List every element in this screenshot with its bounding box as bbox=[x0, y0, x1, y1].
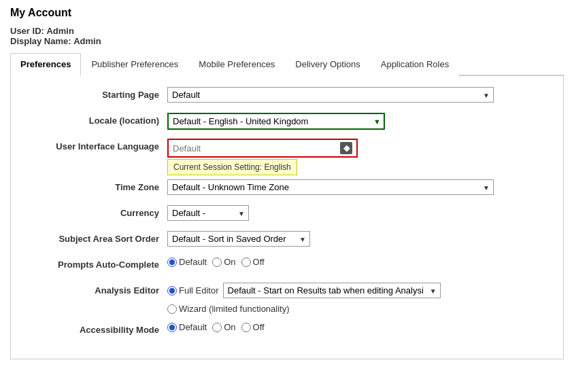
prompts-auto-complete-radio-group: Default On Off bbox=[167, 257, 265, 267]
accessibility-on-label: On bbox=[224, 322, 235, 332]
starting-page-select-wrapper: Default bbox=[167, 87, 494, 103]
tabs-container: Preferences Publisher Preferences Mobile… bbox=[10, 53, 564, 76]
user-info: User ID: Admin Display Name: Admin bbox=[10, 26, 564, 46]
session-tooltip: Current Session Setting: English bbox=[167, 159, 297, 175]
locale-select[interactable]: Default - English - United Kingdom bbox=[167, 113, 385, 130]
analysis-editor-select-wrapper: Default - Start on Results tab when edit… bbox=[223, 283, 441, 298]
user-id-label: User ID: bbox=[10, 26, 44, 36]
prompts-default-label: Default bbox=[179, 257, 207, 267]
starting-page-control: Default bbox=[167, 87, 550, 103]
sort-order-row: Subject Area Sort Order Default - Sort i… bbox=[24, 231, 550, 249]
starting-page-row: Starting Page Default bbox=[24, 87, 550, 105]
analysis-wizard-row: Wizard (limited functionality) bbox=[167, 304, 290, 314]
locale-row: Locale (location) Default - English - Un… bbox=[24, 113, 550, 130]
tab-application-roles[interactable]: Application Roles bbox=[371, 53, 459, 76]
accessibility-off-label: Off bbox=[253, 322, 265, 332]
tab-publisher-preferences[interactable]: Publisher Preferences bbox=[81, 53, 188, 76]
tab-mobile-preferences[interactable]: Mobile Preferences bbox=[188, 53, 285, 76]
analysis-editor-select[interactable]: Default - Start on Results tab when edit… bbox=[223, 283, 441, 298]
page-container: My Account User ID: Admin Display Name: … bbox=[0, 0, 574, 366]
accessibility-radio-group: Default On Off bbox=[167, 322, 265, 332]
analysis-wizard-label: Wizard (limited functionality) bbox=[179, 304, 290, 314]
currency-select[interactable]: Default - bbox=[167, 205, 249, 221]
accessibility-default-option[interactable]: Default bbox=[167, 322, 207, 332]
tab-preferences[interactable]: Preferences bbox=[10, 53, 81, 76]
time-zone-select[interactable]: Default - Unknown Time Zone bbox=[167, 179, 494, 195]
analysis-wizard-option[interactable]: Wizard (limited functionality) bbox=[167, 304, 290, 314]
currency-label: Currency bbox=[24, 205, 167, 218]
accessibility-row: Accessibility Mode Default On Off bbox=[24, 322, 550, 340]
accessibility-off-option[interactable]: Off bbox=[241, 322, 265, 332]
ui-language-field[interactable]: ◆ bbox=[167, 139, 358, 158]
time-zone-row: Time Zone Default - Unknown Time Zone bbox=[24, 179, 550, 197]
prompts-auto-complete-row: Prompts Auto-Complete Default On Off bbox=[24, 257, 550, 274]
ui-language-row: User Interface Language ◆ Current Sessio… bbox=[24, 139, 550, 158]
ui-language-input[interactable] bbox=[173, 143, 336, 154]
analysis-editor-control: Full Editor Default - Start on Results t… bbox=[167, 283, 550, 314]
prompts-on-radio[interactable] bbox=[212, 257, 222, 267]
accessibility-default-radio[interactable] bbox=[167, 323, 177, 332]
analysis-full-editor-option[interactable]: Full Editor bbox=[167, 285, 219, 296]
page-title: My Account bbox=[10, 7, 564, 19]
currency-select-wrapper: Default - bbox=[167, 205, 249, 221]
ui-language-control: ◆ Current Session Setting: English bbox=[167, 139, 550, 158]
time-zone-select-wrapper: Default - Unknown Time Zone bbox=[167, 179, 494, 195]
analysis-editor-row: Analysis Editor Full Editor Default - St… bbox=[24, 283, 550, 314]
locale-select-wrapper: Default - English - United Kingdom bbox=[167, 113, 385, 130]
locale-control: Default - English - United Kingdom bbox=[167, 113, 550, 130]
accessibility-off-radio[interactable] bbox=[241, 323, 251, 332]
user-id-value: Admin bbox=[46, 26, 73, 36]
display-name-label: Display Name: bbox=[10, 36, 71, 46]
prompts-default-option[interactable]: Default bbox=[167, 257, 207, 267]
sort-order-label: Subject Area Sort Order bbox=[24, 231, 167, 244]
display-name-row: Display Name: Admin bbox=[10, 36, 564, 46]
currency-control: Default - bbox=[167, 205, 550, 221]
starting-page-select[interactable]: Default bbox=[167, 87, 494, 103]
display-name-value: Admin bbox=[73, 36, 101, 46]
analysis-full-editor-row: Full Editor Default - Start on Results t… bbox=[167, 283, 441, 298]
ui-language-label: User Interface Language bbox=[24, 139, 167, 152]
sort-order-select-wrapper: Default - Sort in Saved Order bbox=[167, 231, 310, 247]
accessibility-on-radio[interactable] bbox=[212, 323, 222, 332]
prompts-default-radio[interactable] bbox=[167, 257, 177, 267]
analysis-wizard-radio[interactable] bbox=[167, 304, 177, 314]
user-id-row: User ID: Admin bbox=[10, 26, 564, 36]
analysis-full-label: Full Editor bbox=[179, 285, 219, 296]
tab-content-preferences: Starting Page Default Locale (location) … bbox=[10, 76, 564, 359]
prompts-on-option[interactable]: On bbox=[212, 257, 235, 267]
prompts-auto-complete-label: Prompts Auto-Complete bbox=[24, 257, 167, 270]
tab-delivery-options[interactable]: Delivery Options bbox=[285, 53, 370, 76]
prompts-auto-complete-control: Default On Off bbox=[167, 257, 550, 267]
accessibility-on-option[interactable]: On bbox=[212, 322, 235, 332]
starting-page-label: Starting Page bbox=[24, 87, 167, 100]
prompts-on-label: On bbox=[224, 257, 235, 267]
accessibility-control: Default On Off bbox=[167, 322, 550, 332]
accessibility-default-label: Default bbox=[179, 322, 207, 332]
sort-order-select[interactable]: Default - Sort in Saved Order bbox=[167, 231, 310, 247]
prompts-off-label: Off bbox=[253, 257, 265, 267]
analysis-editor-label: Analysis Editor bbox=[24, 283, 167, 296]
accessibility-label: Accessibility Mode bbox=[24, 322, 167, 335]
prompts-off-option[interactable]: Off bbox=[241, 257, 265, 267]
sort-order-control: Default - Sort in Saved Order bbox=[167, 231, 550, 247]
locale-label: Locale (location) bbox=[24, 113, 167, 126]
prompts-off-radio[interactable] bbox=[241, 257, 251, 267]
currency-row: Currency Default - bbox=[24, 205, 550, 223]
analysis-full-radio[interactable] bbox=[167, 286, 177, 296]
info-icon[interactable]: ◆ bbox=[340, 142, 352, 154]
time-zone-label: Time Zone bbox=[24, 179, 167, 192]
time-zone-control: Default - Unknown Time Zone bbox=[167, 179, 550, 195]
